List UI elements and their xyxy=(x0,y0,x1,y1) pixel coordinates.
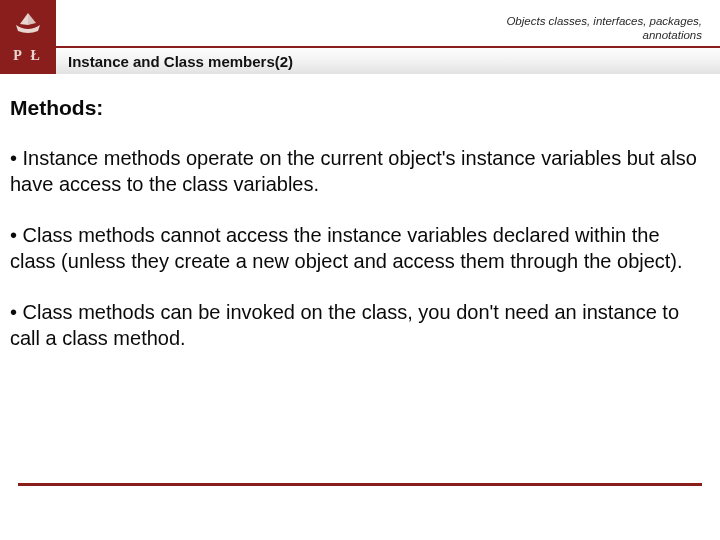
boat-icon xyxy=(14,11,42,33)
bullet-item: • Class methods can be invoked on the cl… xyxy=(10,300,710,351)
title-bar: Instance and Class members(2) xyxy=(56,48,720,74)
breadcrumb: Objects classes, interfaces, packages, a… xyxy=(506,14,702,43)
logo-letters: P Ł xyxy=(0,48,56,64)
bullet-item: • Instance methods operate on the curren… xyxy=(10,146,710,197)
slide-content: Methods: • Instance methods operate on t… xyxy=(0,74,720,352)
slide: P Ł Objects classes, interfaces, package… xyxy=(0,0,720,540)
bullet-item: • Class methods cannot access the instan… xyxy=(10,223,710,274)
footer-rule xyxy=(18,483,702,486)
section-heading: Methods: xyxy=(10,96,710,120)
logo-block: P Ł xyxy=(0,0,56,74)
breadcrumb-line-2: annotations xyxy=(506,28,702,42)
slide-title: Instance and Class members(2) xyxy=(68,53,293,70)
slide-header: P Ł Objects classes, interfaces, package… xyxy=(0,0,720,74)
breadcrumb-line-1: Objects classes, interfaces, packages, xyxy=(506,14,702,28)
